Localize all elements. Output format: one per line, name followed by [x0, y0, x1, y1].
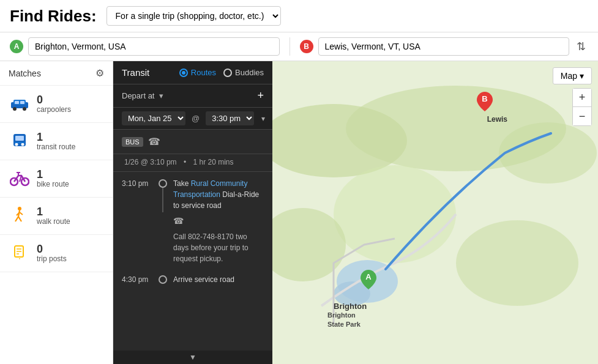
- map-area: A B Lewis Brighton BrightonState Park 10…: [272, 61, 598, 364]
- sidebar: Matches ⚙ 0 carpoolers: [0, 61, 113, 364]
- step-2-time: 4:30 pm: [122, 274, 152, 284]
- transit-route-card: BUS ☎ 1/26 @ 3:10 pm • 1 hr 20 mins 3:10…: [113, 130, 272, 364]
- swap-locations-button[interactable]: ⇅: [574, 37, 588, 56]
- svg-point-2: [13, 107, 17, 111]
- map-type-chevron: ▾: [580, 71, 584, 81]
- zoom-controls: + −: [572, 88, 592, 126]
- trip-type-select[interactable]: For a single trip (shopping, doctor, etc…: [107, 6, 281, 26]
- transit-panel-header: Transit Routes Buddies: [113, 61, 272, 84]
- sidebar-header: Matches ⚙: [0, 61, 113, 86]
- svg-line-17: [15, 217, 18, 221]
- zoom-in-button[interactable]: +: [573, 89, 591, 107]
- location-separator: [290, 37, 290, 56]
- svg-point-8: [15, 143, 18, 146]
- origin-input[interactable]: [28, 37, 280, 56]
- zoom-out-button[interactable]: −: [573, 107, 591, 125]
- route-card-timing: 1/26 @ 3:10 pm • 1 hr 20 mins: [113, 154, 272, 172]
- svg-point-15: [18, 207, 21, 210]
- bike-label: bike route: [37, 180, 69, 188]
- map-svg: [272, 61, 598, 364]
- svg-rect-4: [15, 101, 19, 104]
- destination-input[interactable]: [318, 37, 570, 56]
- svg-text:B: B: [482, 94, 487, 103]
- svg-point-28: [499, 122, 597, 184]
- header: Find Rides: For a single trip (shopping,…: [0, 0, 598, 32]
- scroll-indicator: ▼: [113, 351, 272, 364]
- transit-count: 1: [37, 132, 75, 143]
- step-1-phone: ☎: [173, 215, 264, 228]
- time-select[interactable]: 3:30 pm: [206, 111, 254, 125]
- transit-tabs: Routes Buddies: [179, 68, 264, 77]
- main-layout: Matches ⚙ 0 carpoolers: [0, 61, 598, 364]
- depart-label: Depart at ▾: [122, 91, 163, 100]
- carpoolers-count: 0: [37, 94, 71, 105]
- map-pin-b: B: [476, 91, 494, 113]
- location-bar: A B ⇅: [0, 32, 598, 61]
- step-2-dot: [159, 275, 167, 284]
- svg-rect-5: [20, 101, 24, 104]
- walk-icon: [9, 205, 31, 227]
- buddies-tab-label: Buddies: [235, 68, 264, 77]
- trip-posts-info: 0 trip posts: [37, 243, 67, 263]
- date-select[interactable]: Mon, Jan 25: [122, 111, 185, 125]
- route-step-2: 4:30 pm Arrive service road: [122, 274, 264, 285]
- destination-marker: B: [300, 40, 313, 53]
- tab-buddies[interactable]: Buddies: [223, 68, 264, 77]
- svg-text:A: A: [365, 272, 372, 281]
- svg-point-31: [456, 220, 578, 306]
- page-title: Find Rides:: [10, 7, 97, 26]
- svg-point-3: [23, 107, 26, 111]
- map-pin-a: A: [359, 269, 378, 291]
- svg-point-9: [21, 143, 24, 146]
- sidebar-item-bike[interactable]: 1 bike route: [0, 160, 113, 198]
- sidebar-item-carpoolers[interactable]: 0 carpoolers: [0, 86, 113, 123]
- bus-badge: BUS: [122, 137, 143, 147]
- brighton-label: Brighton: [334, 302, 367, 311]
- routes-radio[interactable]: [179, 69, 188, 77]
- trip-posts-count: 0: [37, 243, 67, 254]
- map-type-button[interactable]: Map ▾: [553, 67, 592, 84]
- carpoolers-info: 0 carpoolers: [37, 94, 71, 114]
- phone-icon-header: ☎: [148, 136, 160, 147]
- sidebar-item-walk[interactable]: 1 walk route: [0, 198, 113, 235]
- brighton-state-park-label: BrightonState Park: [327, 311, 361, 329]
- tab-routes[interactable]: Routes: [179, 68, 216, 77]
- time-arrow: ▾: [261, 114, 265, 123]
- transit-date-bar: Mon, Jan 25 @ 3:30 pm ▾: [113, 108, 272, 130]
- step-1-content: Take Rural CommunityTransportation Dial-…: [173, 178, 264, 264]
- svg-line-18: [18, 217, 21, 221]
- phone-icon-step: ☎: [173, 215, 184, 228]
- filter-icon[interactable]: ⚙: [95, 67, 104, 79]
- buddies-radio[interactable]: [223, 69, 232, 77]
- transit-label: transit route: [37, 143, 75, 151]
- svg-line-20: [20, 212, 23, 215]
- transit-panel: Transit Routes Buddies Depart at ▾ +: [113, 61, 272, 364]
- walk-label: walk route: [37, 217, 70, 226]
- transit-info: 1 transit route: [37, 132, 75, 151]
- matches-label: Matches: [9, 69, 41, 78]
- step-1-dot-col: [159, 178, 167, 212]
- route-steps: 3:10 pm Take Rural CommunityTransportati…: [113, 172, 272, 351]
- at-label: @: [192, 114, 200, 123]
- svg-rect-7: [15, 136, 24, 141]
- add-route-button[interactable]: +: [257, 89, 264, 102]
- walk-info: 1 walk route: [37, 206, 70, 226]
- transit-icon: [9, 130, 31, 152]
- car-icon: [9, 93, 31, 115]
- route-step-1: 3:10 pm Take Rural CommunityTransportati…: [122, 178, 264, 264]
- timing-separator: •: [184, 158, 186, 166]
- carpoolers-label: carpoolers: [37, 105, 71, 114]
- community-transport-link[interactable]: Rural CommunityTransportation: [173, 179, 247, 199]
- origin-marker: A: [10, 40, 23, 53]
- step-1-note: Call 802-748-8170 two days before your t…: [173, 231, 264, 264]
- routes-tab-label: Routes: [191, 68, 216, 77]
- step-1-dot: [159, 179, 167, 188]
- bike-icon: [9, 168, 31, 190]
- bike-info: 1 bike route: [37, 169, 69, 188]
- route-card-header: BUS ☎: [113, 130, 272, 154]
- transit-title: Transit: [122, 67, 149, 78]
- sidebar-item-transit[interactable]: 1 transit route: [0, 123, 113, 160]
- map-controls: Map ▾ + −: [553, 67, 592, 126]
- sidebar-item-trip-posts[interactable]: 0 trip posts: [0, 235, 113, 272]
- step-2-dot-col: [159, 274, 167, 284]
